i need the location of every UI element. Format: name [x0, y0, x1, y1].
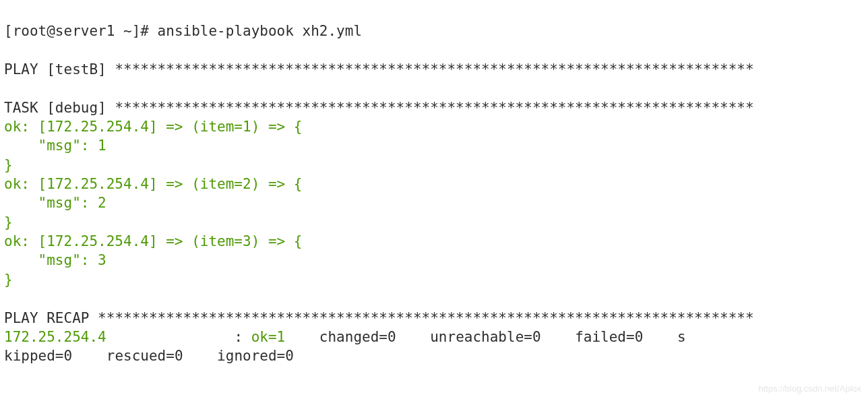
- recap-header: PLAY RECAP *****************************…: [4, 310, 754, 326]
- watermark: https://blog.csdn.net/Aplox: [759, 383, 861, 395]
- task-item-3: ok: [172.25.254.4] => (item=3) => { "msg…: [4, 233, 303, 288]
- recap-line1: 172.25.254.4 : ok=1 changed=0 unreachabl…: [4, 329, 686, 345]
- task-item-2: ok: [172.25.254.4] => (item=2) => { "msg…: [4, 176, 303, 231]
- recap-line2: kipped=0 rescued=0 ignored=0: [4, 348, 294, 364]
- task-item-1: ok: [172.25.254.4] => (item=1) => { "msg…: [4, 119, 303, 173]
- prompt-line: [root@server1 ~]# ansible-playbook xh2.y…: [4, 23, 362, 39]
- play-header: PLAY [testB] ***************************…: [4, 61, 754, 78]
- task-header: TASK [debug] ***************************…: [4, 100, 754, 116]
